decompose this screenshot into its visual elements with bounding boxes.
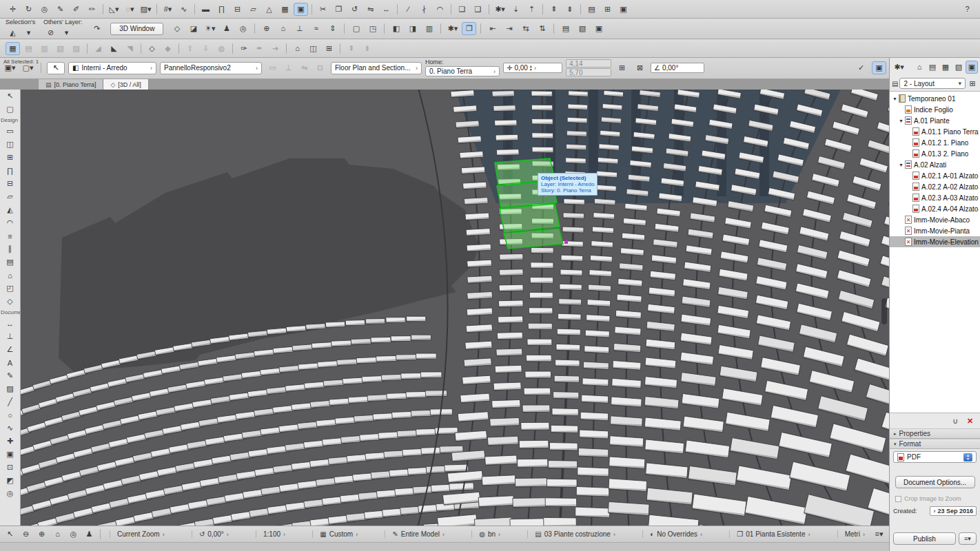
teamwork-send-icon[interactable]: ⇪ xyxy=(183,42,197,55)
group-icon[interactable]: ❏ xyxy=(455,3,469,16)
coordinate-pad-icon[interactable]: ⊞ xyxy=(615,61,629,74)
disclosure-triangle-icon[interactable]: ▼ xyxy=(899,163,905,167)
preview-icon[interactable]: ◎ xyxy=(66,528,81,541)
elevation-icon[interactable]: ⇕ xyxy=(325,22,340,35)
quick-select-icon[interactable]: ◭ xyxy=(6,26,20,39)
mirror-icon[interactable]: ⇋ xyxy=(363,3,378,16)
flip-icon[interactable]: ⇋ xyxy=(297,61,312,74)
raise-level-icon[interactable]: ⇞ xyxy=(547,3,561,16)
favorite-combo[interactable]: PannelloResponsivo2 › xyxy=(160,62,262,74)
navigator-toggle-icon[interactable]: ▣ xyxy=(966,61,978,74)
pan-icon[interactable]: ✛ xyxy=(6,3,20,16)
distribute-icon[interactable]: ⇆ xyxy=(518,22,533,35)
guide-lines-icon[interactable]: ≈ xyxy=(309,22,323,35)
tab-piano-terra[interactable]: ▤ [0. Piano Terra] xyxy=(39,79,103,90)
stair-icon[interactable]: ≡ xyxy=(0,229,20,242)
camera-icon[interactable]: ▣ xyxy=(616,3,631,16)
stretch-icon[interactable]: ↔ xyxy=(379,3,394,16)
wall-icon[interactable]: ▭ xyxy=(0,125,20,138)
anchor-icon[interactable]: ⊡ xyxy=(313,61,327,74)
graphic-override-control[interactable]: ◐ No Overrides › xyxy=(642,530,702,538)
angle-field[interactable]: ∠ 0,00° xyxy=(651,63,704,73)
tree-item-a022[interactable]: A.02.2 A-02 Alzato Est xyxy=(890,181,980,192)
rotate-icon[interactable]: ↺ xyxy=(347,3,362,16)
wall-ref-icon[interactable]: ▭ xyxy=(265,61,280,74)
section-marker-icon[interactable]: ◩ xyxy=(0,474,20,487)
layer-combination-control[interactable]: ▦ Custom › xyxy=(312,530,358,538)
home-story-icon[interactable]: ⌂ xyxy=(276,22,290,35)
layout-grid-icon[interactable]: ⊞ xyxy=(600,3,615,16)
format-combo[interactable]: PDF ▴▾ xyxy=(893,451,977,463)
area-select-icon[interactable]: ▨▾ xyxy=(139,3,153,16)
quick-options-icon[interactable]: ▣ xyxy=(872,61,886,74)
layout-grid2-icon[interactable]: ⊞ xyxy=(322,42,336,55)
publisher-sets-icon[interactable]: ▧ xyxy=(952,61,965,74)
tree-item-a012[interactable]: A.01.2 1. Piano xyxy=(890,137,980,148)
camera-view-icon[interactable]: ◎ xyxy=(236,22,250,35)
page-up-icon[interactable]: ⇞ xyxy=(344,42,358,55)
marquee-tool-icon[interactable]: ▢ xyxy=(0,103,20,116)
zoom-icon[interactable]: ◎ xyxy=(37,3,52,16)
beam-tool-icon[interactable]: ⊟ xyxy=(230,3,245,16)
publish-options-button[interactable]: ≡▾ xyxy=(959,532,977,545)
home-view-icon[interactable]: ⌂ xyxy=(290,42,305,55)
publish-button[interactable]: Publish xyxy=(893,532,956,545)
arc-icon[interactable]: ○ xyxy=(0,408,20,422)
curtain-wall-icon[interactable]: ▤ xyxy=(0,256,20,269)
drawing-icon[interactable]: ⊡ xyxy=(0,461,20,474)
line-icon[interactable]: ╱ xyxy=(0,395,20,408)
nudge-icon[interactable]: ⇅ xyxy=(535,22,549,35)
undo-icon[interactable]: ↷ xyxy=(90,22,104,35)
gravity-icon[interactable]: ⊥ xyxy=(292,22,307,35)
properties-section-header[interactable]: ▸ Properties xyxy=(890,428,980,439)
tree-item-a024[interactable]: A.02.4 A-04 Alzato Ov xyxy=(890,203,980,214)
building-icon[interactable]: ◫ xyxy=(306,42,320,55)
marker-icon[interactable]: ✏ xyxy=(85,3,99,16)
offset-field[interactable]: ✛ 0,00 ▴▾ › xyxy=(503,63,562,73)
fillet-icon[interactable]: ◠ xyxy=(433,3,447,16)
tree-item-imm-movie-abaco[interactable]: Imm-Movie-Abaco xyxy=(890,214,980,225)
clone-view-icon[interactable]: ❐ xyxy=(462,22,476,35)
tree-item-temporaneo-01[interactable]: ▼ Temporaneo 01 xyxy=(890,93,980,104)
roof-icon[interactable]: ◭ xyxy=(0,203,20,216)
snap-guide-icon[interactable]: ∿ xyxy=(176,3,191,16)
pencil-icon[interactable]: ✎ xyxy=(53,3,68,16)
lower-level-icon[interactable]: ⇟ xyxy=(562,3,577,16)
renovation-icon[interactable]: ◨ xyxy=(405,22,420,35)
cursor-mode-icon[interactable]: ↖ xyxy=(3,528,17,541)
page-down-icon[interactable]: ⇟ xyxy=(360,42,374,55)
created-date[interactable]: › 23 Sep 2016 xyxy=(930,506,977,516)
disclosure-triangle-icon[interactable]: ▼ xyxy=(899,118,905,123)
column-tool-icon[interactable]: ∏ xyxy=(214,3,229,16)
section-view-icon[interactable]: ◪ xyxy=(186,22,201,35)
apply-pen-icon[interactable]: ✓ xyxy=(854,61,868,74)
railing-icon[interactable]: ∥ xyxy=(0,242,20,256)
door-icon[interactable]: ◫ xyxy=(0,138,20,151)
mesh-tool-icon[interactable]: ▦ xyxy=(278,3,292,16)
view-map-icon[interactable]: ▤ xyxy=(926,61,939,74)
ungroup-icon[interactable]: ❑ xyxy=(471,3,485,16)
viewport-canvas[interactable] xyxy=(21,90,889,526)
schedule-icon[interactable]: ▤ xyxy=(584,3,599,16)
tree-item-a02-alzati[interactable]: ▼ A.02 Alzati xyxy=(890,159,980,170)
selection-options-icon[interactable]: ▾ xyxy=(21,26,36,39)
navigator-map-combo[interactable]: 2 - Layout ▾ xyxy=(899,78,966,89)
tree-item-indice-foglio[interactable]: Indice Foglio xyxy=(890,104,980,115)
3d-viewport[interactable]: Object (Selected) Layer: Interni - Arred… xyxy=(21,90,889,526)
slope-c-icon[interactable]: ◥ xyxy=(123,42,137,55)
grid-icon[interactable]: #▾ xyxy=(161,3,175,16)
hotspot-icon[interactable]: ✚ xyxy=(0,435,20,448)
trim-icon[interactable]: ∕ xyxy=(401,3,416,16)
copy-icon[interactable]: ❐ xyxy=(331,3,346,16)
roof-tool-icon[interactable]: △ xyxy=(262,3,276,16)
crop-checkbox[interactable] xyxy=(895,496,901,502)
layer-visibility-icon[interactable]: ⊘ xyxy=(43,26,58,39)
3d-window-button[interactable]: 3D Window xyxy=(110,23,163,35)
layer-combo[interactable]: ◧ Interni - Arredo › xyxy=(68,62,156,74)
organizer-icon[interactable]: ▧ xyxy=(575,22,589,35)
object-icon[interactable]: ⌂ xyxy=(0,269,20,282)
tree-item-imm-movie-pianta[interactable]: Imm-Movie-Pianta xyxy=(890,225,980,236)
column-icon[interactable]: ∏ xyxy=(0,164,20,177)
zoom-in-icon[interactable]: ⊕ xyxy=(34,528,49,541)
view-settings-combo[interactable]: Floor Plan and Section... › xyxy=(331,62,422,74)
